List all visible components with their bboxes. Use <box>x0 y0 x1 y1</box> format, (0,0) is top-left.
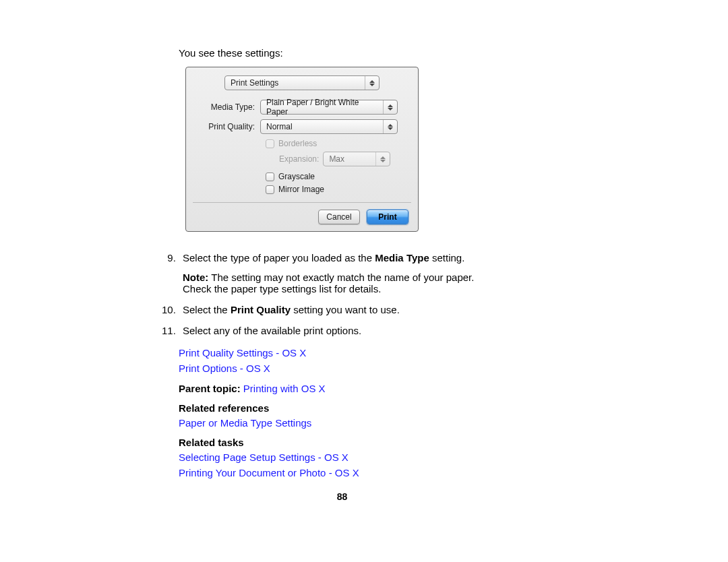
note-label: Note: <box>183 272 208 283</box>
section-select[interactable]: Print Settings <box>224 75 380 90</box>
section-select-value: Print Settings <box>231 78 278 88</box>
step-9: Select the type of paper you loaded as t… <box>179 252 506 294</box>
link-page-setup-settings[interactable]: Selecting Page Setup Settings - OS X <box>179 451 348 463</box>
step-10: Select the Print Quality setting you wan… <box>179 304 506 315</box>
cancel-button[interactable]: Cancel <box>318 210 360 224</box>
step-10-bold: Print Quality <box>231 304 291 315</box>
link-print-options[interactable]: Print Options - OS X <box>179 363 270 374</box>
instruction-list: Select the type of paper you loaded as t… <box>160 252 506 336</box>
expansion-select: Max <box>323 152 390 166</box>
step-10-text-pre: Select the <box>183 304 231 315</box>
print-settings-dialog: Print Settings Media Type: Plain Paper /… <box>185 67 419 232</box>
cancel-button-label: Cancel <box>326 212 351 222</box>
parent-topic-label: Parent topic: <box>179 383 241 394</box>
expansion-value: Max <box>329 154 344 164</box>
note-body: The setting may not exactly match the na… <box>183 272 474 294</box>
mirror-image-label: Mirror Image <box>278 185 324 194</box>
borderless-label: Borderless <box>278 139 317 148</box>
media-type-select[interactable]: Plain Paper / Bright White Paper <box>260 100 398 115</box>
link-printing-document[interactable]: Printing Your Document or Photo - OS X <box>179 467 359 478</box>
step-11-text: Select any of the available print option… <box>183 325 361 336</box>
grayscale-checkbox[interactable] <box>266 173 274 181</box>
step-9-bold: Media Type <box>375 252 429 263</box>
borderless-checkbox <box>266 139 274 148</box>
link-print-quality-settings[interactable]: Print Quality Settings - OS X <box>179 347 306 358</box>
print-button[interactable]: Print <box>367 210 408 224</box>
link-parent-topic[interactable]: Printing with OS X <box>243 383 326 394</box>
step-9-text-post: setting. <box>429 252 465 263</box>
related-references-label: Related references <box>179 401 506 416</box>
page-number: 88 <box>179 491 506 502</box>
media-type-value: Plain Paper / Bright White Paper <box>266 98 379 117</box>
step-9-note: Note: The setting may not exactly match … <box>183 272 506 294</box>
updown-icon <box>383 100 393 114</box>
step-11: Select any of the available print option… <box>179 325 506 336</box>
mirror-image-checkbox[interactable] <box>266 185 274 194</box>
links-section: Print Quality Settings - OS X Print Opti… <box>179 346 506 480</box>
print-quality-select[interactable]: Normal <box>260 119 398 134</box>
divider <box>193 202 411 203</box>
step-10-text-post: setting you want to use. <box>291 304 400 315</box>
document-page: You see these settings: Print Settings M… <box>0 0 506 502</box>
related-tasks-label: Related tasks <box>179 435 506 451</box>
grayscale-label: Grayscale <box>278 172 315 181</box>
link-paper-media-type[interactable]: Paper or Media Type Settings <box>179 417 311 429</box>
updown-icon <box>383 120 393 133</box>
expansion-label: Expansion: <box>279 154 319 164</box>
print-quality-value: Normal <box>266 122 293 131</box>
media-type-label: Media Type: <box>193 102 260 112</box>
step-9-text-pre: Select the type of paper you loaded as t… <box>183 252 375 263</box>
intro-text: You see these settings: <box>179 47 506 59</box>
print-quality-label: Print Quality: <box>193 122 260 131</box>
print-button-label: Print <box>378 212 396 222</box>
updown-icon <box>375 152 386 166</box>
updown-icon <box>365 76 375 90</box>
